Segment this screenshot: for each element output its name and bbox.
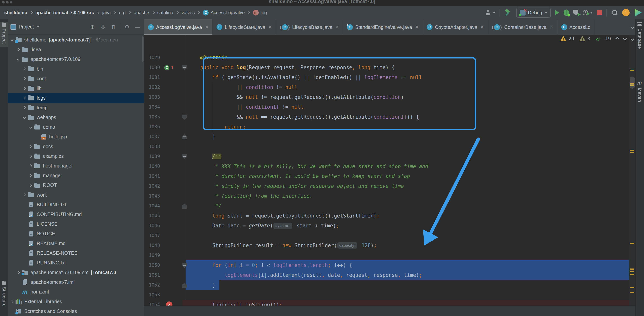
- next-problem-button[interactable]: [623, 37, 627, 40]
- tree-row-conf[interactable]: conf: [8, 74, 144, 83]
- tree-row-examples[interactable]: examples: [8, 151, 144, 161]
- code-line-1045[interactable]: 1045 long start = request.getCoyoteReque…: [144, 211, 629, 221]
- collapse-all-button[interactable]: ⇈: [110, 24, 117, 30]
- line-number[interactable]: 1052: [145, 280, 160, 290]
- sidebar-item-maven[interactable]: m Maven: [636, 80, 644, 102]
- tab-close-icon[interactable]: ✕: [335, 25, 339, 30]
- code-line-1046[interactable]: 1046 Date date = getDate(systime: start …: [144, 221, 629, 231]
- line-number[interactable]: 1041: [145, 171, 160, 181]
- tree-row-RELEASE-NOTES[interactable]: RELEASE-NOTES: [8, 248, 144, 258]
- code-line-1036[interactable]: 1036 return;: [144, 122, 629, 132]
- code-line-1044[interactable]: 1044 */: [144, 201, 629, 211]
- editor-tab-LifecycleState.java[interactable]: ELifecycleState.java✕: [213, 19, 276, 35]
- code-with-me-icon[interactable]: [634, 9, 642, 16]
- run-configuration-select[interactable]: Debug: [516, 7, 551, 18]
- breadcrumb-item-shelldemo[interactable]: shelldemo: [4, 10, 28, 15]
- tree-row-webapps[interactable]: webapps: [8, 112, 144, 122]
- profiler-button[interactable]: [583, 10, 593, 15]
- line-number[interactable]: 1047: [145, 231, 160, 241]
- code-line-1037[interactable]: 1037 }: [144, 132, 629, 142]
- editor-tab-StandardEngineValve.java[interactable]: CStandardEngineValve.java✕: [343, 19, 423, 35]
- line-number[interactable]: 1034: [145, 102, 160, 112]
- warning-stripe-mark[interactable]: [630, 150, 634, 151]
- code-line-1031[interactable]: 1031 if (!getState().isAvailable() || !g…: [144, 72, 629, 82]
- line-number[interactable]: 1029: [145, 53, 160, 63]
- code-line-1048[interactable]: 1048 StringBuilder result = new StringBu…: [144, 241, 629, 250]
- update-available-button[interactable]: ↑: [622, 9, 630, 16]
- chevron-right-icon[interactable]: [23, 193, 26, 196]
- tree-row-temp[interactable]: temp: [8, 103, 144, 112]
- line-number[interactable]: 1046: [145, 221, 160, 231]
- code-line-1053[interactable]: 1053: [144, 290, 629, 300]
- tree-row-CONTRIBUTING.md[interactable]: MDCONTRIBUTING.md: [8, 209, 144, 219]
- breadcrumb-item-catalina[interactable]: catalina: [157, 10, 174, 15]
- code-line-1051[interactable]: 1051 logElements[i].addElement(result, d…: [144, 270, 629, 280]
- line-number[interactable]: 1032: [145, 82, 160, 92]
- tree-row-RUNNING.txt[interactable]: RUNNING.txt: [8, 258, 144, 268]
- line-number[interactable]: 1030: [145, 63, 160, 72]
- tree-row-shelldemo[interactable]: shelldemo [apache-tomcat-7] ~/Documen: [8, 35, 144, 45]
- code-line-1038[interactable]: 1038: [144, 142, 629, 152]
- chevron-right-icon[interactable]: [29, 164, 32, 167]
- chevron-down-icon[interactable]: [29, 126, 32, 129]
- code-line-1050[interactable]: 1050 for (int i = 0; i < logElements.len…: [144, 260, 629, 270]
- code-line-1047[interactable]: 1047: [144, 231, 629, 241]
- project-tree-scrollbar[interactable]: [142, 36, 144, 62]
- warnings-indicator[interactable]: ! 29: [560, 36, 574, 41]
- editor-scrollbar-thumb[interactable]: [630, 77, 635, 89]
- tree-row-manager[interactable]: manager: [8, 170, 144, 180]
- code-line-1034[interactable]: 1034 || conditionIf != null: [144, 102, 629, 112]
- line-number[interactable]: 1039: [145, 152, 160, 161]
- sidebar-item-structure[interactable]: Structure: [0, 282, 8, 307]
- code-line-1032[interactable]: 1032 || condition != null: [144, 82, 629, 92]
- code-line-1029[interactable]: 1029 @Override: [144, 53, 629, 63]
- breadcrumb-item-AccessLogValve[interactable]: CAccessLogValve: [203, 10, 245, 15]
- line-number[interactable]: 1049: [145, 250, 160, 260]
- previous-problem-button[interactable]: [616, 37, 619, 40]
- tab-close-icon[interactable]: ✕: [268, 25, 272, 30]
- fold-marker-up[interactable]: [182, 204, 187, 209]
- line-number[interactable]: 1040: [145, 161, 160, 171]
- line-number[interactable]: 1053: [145, 290, 160, 300]
- debug-button[interactable]: [564, 9, 569, 16]
- tree-row-hello.jsp[interactable]: JSPhello.jsp: [8, 132, 144, 142]
- line-number[interactable]: 1031: [145, 72, 160, 82]
- tree-row-work[interactable]: work: [8, 190, 144, 200]
- editor-tab-CoyoteAdapter.java[interactable]: CCoyoteAdapter.java✕: [423, 19, 488, 35]
- warning-stripe-mark[interactable]: [630, 271, 634, 272]
- fold-marker-down[interactable]: [182, 65, 187, 70]
- chevron-down-icon[interactable]: [23, 116, 26, 119]
- tree-row-.idea[interactable]: .idea: [8, 45, 144, 54]
- chevron-right-icon[interactable]: [23, 67, 26, 70]
- code-line-1033[interactable]: 1033 && null != request.getRequest().get…: [144, 92, 629, 102]
- chevron-right-icon[interactable]: [17, 271, 20, 274]
- tree-row-LICENSE[interactable]: LICENSE: [8, 219, 144, 229]
- warning-stripe-mark[interactable]: [630, 292, 634, 293]
- breadcrumb-item-apache-tomcat-7.0.109-src[interactable]: apache-tomcat-7.0.109-src: [36, 10, 94, 15]
- chevron-right-icon[interactable]: [17, 48, 20, 51]
- tree-row-README.md[interactable]: MDREADME.md: [8, 238, 144, 248]
- editor-tab-ContainerBase.java[interactable]: (C)ContainerBase.java✕: [488, 19, 558, 35]
- line-number[interactable]: 1036: [145, 122, 160, 132]
- search-everywhere-button[interactable]: [611, 9, 618, 16]
- chevron-right-icon[interactable]: [29, 184, 32, 187]
- line-number[interactable]: 1045: [145, 211, 160, 221]
- tree-row-host-manager[interactable]: host-manager: [8, 161, 144, 170]
- breadcrumb-item-valves[interactable]: valves: [182, 10, 194, 15]
- editor-tab-LifecycleBase.java[interactable]: (C)LifecycleBase.java✕: [276, 19, 343, 35]
- warning-stripe-mark[interactable]: [630, 70, 634, 71]
- tree-row-logs[interactable]: logs: [8, 93, 144, 103]
- breadcrumb-item-org[interactable]: org: [119, 10, 126, 15]
- editor-tab-AccessLo[interactable]: CAccessLo: [558, 19, 594, 35]
- breadcrumb-item-apache[interactable]: apache: [134, 10, 149, 15]
- line-number[interactable]: 1042: [145, 181, 160, 191]
- chevron-right-icon[interactable]: [29, 145, 32, 148]
- warning-stripe-mark[interactable]: [630, 287, 634, 288]
- chevron-right-icon[interactable]: [29, 174, 32, 177]
- code-line-1042[interactable]: 1042 * simply in the request and/or resp…: [144, 181, 629, 191]
- user-menu-button[interactable]: [485, 9, 495, 16]
- chevron-down-icon[interactable]: [630, 37, 634, 41]
- code-line-1035[interactable]: 1035 && null == request.getRequest().get…: [144, 112, 629, 122]
- weak-warnings-indicator[interactable]: ! 3: [579, 36, 590, 41]
- warning-stripe-mark[interactable]: [630, 243, 634, 244]
